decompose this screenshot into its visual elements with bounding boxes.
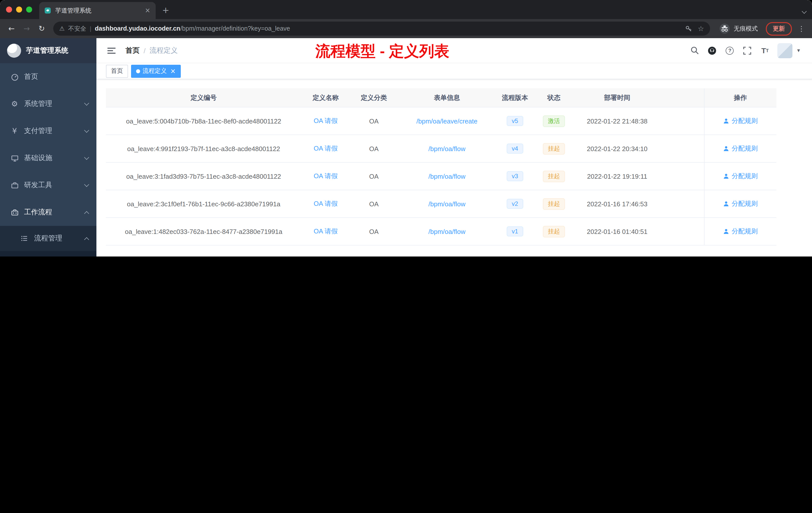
- tab-close-icon[interactable]: ×: [144, 6, 152, 14]
- status-badge: 挂起: [543, 171, 565, 182]
- definition-id: oa_leave:4:991f2193-7b7f-11ec-a3c8-acde4…: [106, 145, 301, 152]
- github-icon[interactable]: [707, 46, 717, 56]
- person-icon: [723, 146, 729, 152]
- tags-bar: 首页 流程定义 ×: [96, 63, 812, 79]
- action-cell: 分配规则: [704, 135, 776, 162]
- column-header: 定义编号: [106, 93, 301, 102]
- column-header: 流程版本: [496, 93, 534, 102]
- hamburger-icon[interactable]: [105, 44, 118, 57]
- sidebar-item-payment[interactable]: ¥ 支付管理: [0, 117, 96, 145]
- new-tab-button[interactable]: +: [159, 3, 173, 18]
- deploy-time: 2022-01-22 20:34:10: [574, 145, 660, 152]
- form-link[interactable]: /bpm/oa/flow: [398, 200, 496, 208]
- version-cell: v2: [496, 199, 534, 209]
- version-cell: v4: [496, 144, 534, 154]
- tab-search-icon[interactable]: [803, 6, 806, 15]
- form-link[interactable]: /bpm/oa/leave/create: [398, 117, 496, 125]
- reload-icon[interactable]: ↻: [35, 22, 48, 35]
- sidebar-item-label: 基础设施: [24, 154, 80, 163]
- sidebar-item-label: 研发工具: [24, 181, 80, 190]
- font-size-icon[interactable]: TT: [760, 46, 770, 56]
- assign-rule-link[interactable]: 分配规则: [723, 117, 758, 125]
- assign-rule-link[interactable]: 分配规则: [723, 199, 758, 208]
- question-icon[interactable]: ?: [725, 46, 735, 56]
- definition-name-link[interactable]: OA 请假: [301, 172, 350, 181]
- form-link[interactable]: /bpm/oa/flow: [398, 145, 496, 152]
- sidebar-item-label: 首页: [24, 72, 88, 81]
- definition-name-link[interactable]: OA 请假: [301, 227, 350, 236]
- key-icon[interactable]: [685, 25, 693, 32]
- sidebar-item-home[interactable]: 首页: [0, 63, 96, 90]
- tag-process-definition[interactable]: 流程定义 ×: [131, 64, 181, 78]
- sidebar-item-label: 流程管理: [34, 234, 80, 243]
- yen-icon: ¥: [10, 126, 19, 135]
- sidebar-item-workflow[interactable]: 工作流程: [0, 199, 96, 226]
- incognito-label: 无痕模式: [734, 24, 758, 33]
- chevron-up-icon: [84, 237, 89, 242]
- sidebar-item-system[interactable]: ⚙ 系统管理: [0, 90, 96, 117]
- status-cell: 挂起: [534, 143, 574, 154]
- not-secure-label: 不安全: [68, 24, 86, 33]
- definition-id: oa_leave:2:3c1f0ef1-76b1-11ec-9c66-a2380…: [106, 200, 301, 208]
- breadcrumb-separator: /: [144, 47, 146, 55]
- table-row: oa_leave:3:1fad3d93-7b75-11ec-a3c8-acde4…: [106, 163, 776, 190]
- sidebar-item-devtools[interactable]: 研发工具: [0, 172, 96, 199]
- definition-name-link[interactable]: OA 请假: [301, 199, 350, 208]
- chevron-up-icon: [84, 211, 89, 216]
- browser-window: 芋道管理系统 × + ← → ↻ ⚠ 不安全 | dashboard.yudao…: [0, 0, 812, 256]
- tag-close-icon[interactable]: ×: [170, 68, 176, 74]
- url-domain: dashboard.yudao.iocoder.cn: [95, 25, 180, 32]
- favicon: [44, 7, 51, 14]
- address-bar[interactable]: ⚠ 不安全 | dashboard.yudao.iocoder.cn/bpm/m…: [53, 22, 710, 36]
- deploy-time: 2022-01-16 17:46:53: [574, 200, 660, 208]
- star-icon[interactable]: ☆: [698, 25, 704, 33]
- breadcrumb-home[interactable]: 首页: [125, 46, 140, 55]
- table-row: oa_leave:1:482ec033-762a-11ec-8477-a2380…: [106, 218, 776, 245]
- avatar[interactable]: [778, 43, 793, 58]
- sidebar-item-infrastructure[interactable]: 基础设施: [0, 145, 96, 172]
- form-link[interactable]: /bpm/oa/flow: [398, 228, 496, 235]
- status-cell: 挂起: [534, 198, 574, 210]
- version-tag: v2: [507, 199, 523, 209]
- sidebar-item-process-form[interactable]: 流程表单: [0, 251, 96, 256]
- tools-icon: [10, 181, 19, 189]
- definition-category: OA: [350, 145, 398, 152]
- process-mgmt-submenu: 流程表单 用户分组 流程模型: [0, 251, 96, 256]
- workflow-submenu: 流程管理 流程表单 用户分组: [0, 226, 96, 256]
- definition-name-link[interactable]: OA 请假: [301, 144, 350, 153]
- status-cell: 挂起: [534, 171, 574, 182]
- browser-toolbar: ← → ↻ ⚠ 不安全 | dashboard.yudao.iocoder.cn…: [0, 19, 812, 38]
- sidebar-item-process-mgmt[interactable]: 流程管理: [0, 226, 96, 251]
- window-zoom-button[interactable]: [26, 6, 32, 12]
- table-row: oa_leave:4:991f2193-7b7f-11ec-a3c8-acde4…: [106, 135, 776, 163]
- forward-icon[interactable]: →: [20, 22, 33, 35]
- window-minimize-button[interactable]: [16, 6, 22, 12]
- person-icon: [723, 229, 729, 234]
- url-text: dashboard.yudao.iocoder.cn/bpm/manager/d…: [95, 25, 682, 32]
- tag-home[interactable]: 首页: [106, 64, 128, 78]
- assign-rule-label: 分配规则: [732, 227, 758, 236]
- search-icon[interactable]: [690, 46, 700, 56]
- sidebar-logo[interactable]: 芋道管理系统: [0, 38, 96, 63]
- incognito-badge: 无痕模式: [719, 23, 758, 34]
- browser-tab[interactable]: 芋道管理系统 ×: [39, 2, 156, 19]
- assign-rule-link[interactable]: 分配规则: [723, 172, 758, 181]
- version-cell: v3: [496, 171, 534, 181]
- page-content: 定义编号 定义名称 定义分类 表单信息 流程版本 状态 部署时间 操作 oa_l…: [96, 79, 812, 256]
- back-icon[interactable]: ←: [5, 22, 18, 35]
- form-link[interactable]: /bpm/oa/flow: [398, 173, 496, 180]
- tag-label: 流程定义: [143, 67, 167, 75]
- sidebar-menu: 首页 ⚙ 系统管理 ¥ 支付管理 基础设施: [0, 63, 96, 256]
- avatar-caret-icon[interactable]: ▾: [797, 47, 800, 54]
- assign-rule-link[interactable]: 分配规则: [723, 227, 758, 236]
- definition-name-link[interactable]: OA 请假: [301, 117, 350, 125]
- sidebar: 芋道管理系统 首页 ⚙ 系统管理 ¥ 支付管理: [0, 38, 96, 256]
- menu-dots-icon[interactable]: ⋮: [796, 25, 807, 33]
- window-close-button[interactable]: [6, 6, 12, 12]
- page-annotation: 流程模型 - 定义列表: [315, 41, 449, 62]
- warning-icon: ⚠: [59, 25, 65, 32]
- update-button[interactable]: 更新: [766, 22, 792, 35]
- assign-rule-link[interactable]: 分配规则: [723, 144, 758, 153]
- fullscreen-icon[interactable]: [743, 46, 753, 56]
- assign-rule-label: 分配规则: [732, 199, 758, 208]
